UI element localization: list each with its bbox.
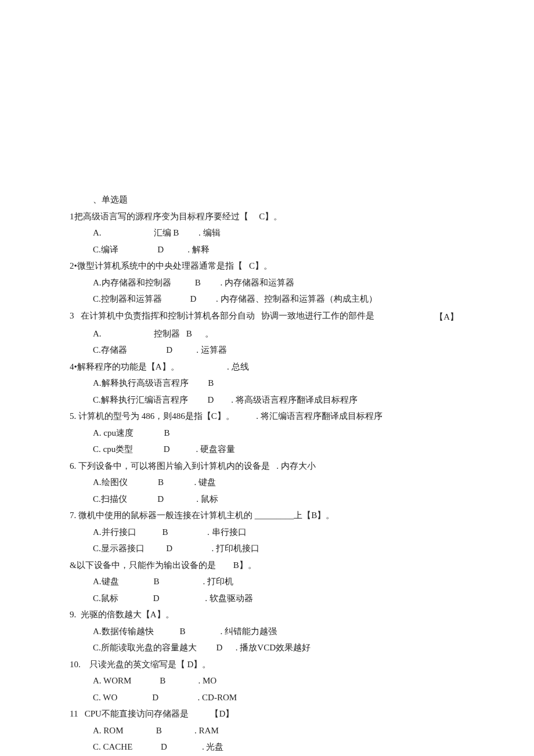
option-row: A. WORM B . MO: [70, 672, 464, 689]
option-row: C.鼠标 D . 软盘驱动器: [70, 590, 464, 607]
option-row: A.并行接口 B . 串行接口: [70, 524, 464, 541]
option-row: A. cpu速度 B: [70, 425, 464, 442]
document-page: 、单选题 1把高级语言写的源程序变为目标程序要经过【 C】。 A. 汇编 B .…: [0, 0, 534, 756]
question-stem: 9. 光驱的倍数越大【A】。: [70, 606, 464, 623]
question-stem: 6. 下列设备中，可以将图片输入到计算机内的设备是 . 内存大小: [70, 458, 464, 475]
option-row: C.控制器和运算器 D . 内存储器、控制器和运算器（构成主机）: [70, 291, 464, 308]
option-row: C. cpu类型 D . 硬盘容量: [70, 441, 464, 458]
option-row: A.键盘 B . 打印机: [70, 573, 464, 590]
option-row: C.编译 D . 解释: [70, 241, 464, 258]
option-row: A. 汇编 B . 编辑: [70, 225, 464, 241]
question-stem: 7. 微机中使用的鼠标器一般连接在计算机主机的 _________上【B】。: [70, 507, 464, 524]
option-row: C.显示器接口 D . 打印机接口: [70, 540, 464, 557]
option-row: C.存储器 D . 运算器: [70, 342, 464, 359]
option-row: C.所能读取光盘的容量越大 D . 播放VCD效果越好: [70, 639, 464, 656]
option-row: C.扫描仪 D . 鼠标: [70, 491, 464, 508]
question-stem: 11 CPU不能直接访问存储器是 【D】: [70, 706, 464, 722]
option-row: A. ROM B . RAM: [70, 722, 464, 739]
option-row: A.内存储器和控制器 B . 内存储器和运算器: [70, 274, 464, 291]
question-stem: &以下设备中，只能作为输出设备的是 B】。: [70, 557, 464, 574]
question-stem: 4•解释程序的功能是【A】。 . 总线: [70, 359, 464, 375]
option-row: C.解释执行汇编语言程序 D . 将高级语言程序翻译成目标程序: [70, 392, 464, 408]
question-stem: 5. 计算机的型号为 486，则486是指【C】。 . 将汇编语言程序翻译成目标…: [70, 408, 464, 425]
question-stem: 2•微型计算机系统中的中央处理器通常是指【 C】。: [70, 258, 464, 274]
section-header: 、单选题: [70, 191, 464, 208]
option-row: A.数据传输越快 B . 纠错能力越强: [70, 623, 464, 640]
option-row: A. 控制器 B 。: [70, 325, 464, 342]
option-row: A.绘图仪 B . 键盘: [70, 474, 464, 491]
question-stem: 1把高级语言写的源程序变为目标程序要经过【 C】。: [70, 208, 464, 225]
question-stem: 10. 只读光盘的英文缩写是【 D】。: [70, 656, 464, 673]
option-row: A.解释执行高级语言程序 B: [70, 375, 464, 392]
option-row: C. WO D . CD-ROM: [70, 689, 464, 706]
option-row: C. CACHE D . 光盘: [70, 739, 464, 755]
